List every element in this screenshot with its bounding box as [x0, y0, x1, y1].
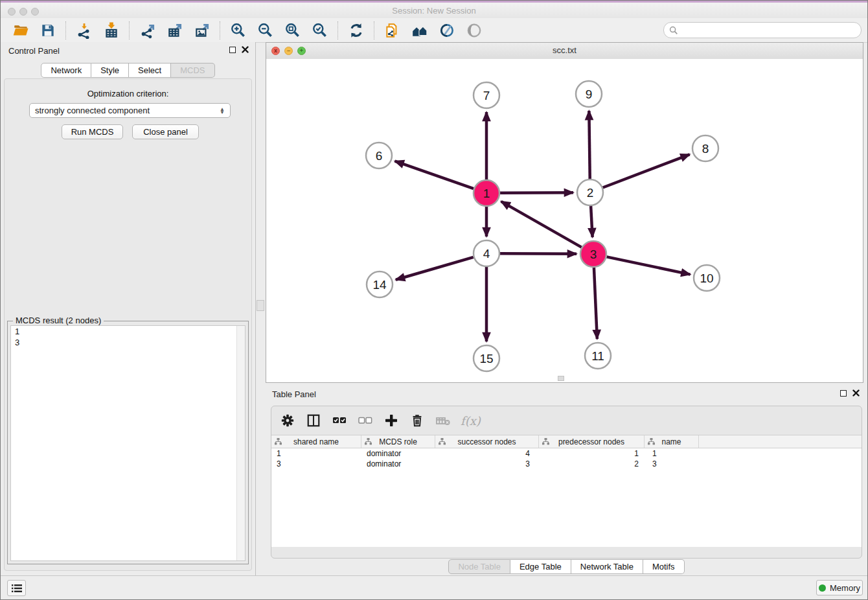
graph-node-10[interactable]: 10 — [694, 265, 720, 291]
close-table-panel-icon[interactable] — [852, 389, 860, 397]
export-image-icon[interactable] — [194, 22, 211, 39]
zoom-out-icon[interactable] — [257, 22, 274, 39]
zoom-selected-icon[interactable] — [312, 22, 328, 39]
node-label: 2 — [587, 186, 594, 200]
graph-edge-1-6[interactable] — [395, 161, 474, 189]
graph-node-2[interactable]: 2 — [577, 179, 603, 205]
graph-node-6[interactable]: 6 — [366, 143, 392, 168]
toolbar-separator — [129, 21, 130, 40]
network-graph[interactable]: 7968124314101511 — [266, 59, 863, 382]
column-header-MCDS-role[interactable]: MCDS role — [361, 435, 435, 448]
graph-node-8[interactable]: 8 — [692, 135, 718, 161]
result-scrollbar[interactable] — [236, 326, 245, 560]
canvas-resize-grip[interactable] — [558, 376, 564, 381]
node-label: 4 — [483, 247, 490, 260]
graph-node-7[interactable]: 7 — [474, 82, 499, 108]
table-cell: 1 — [645, 448, 699, 459]
graph-node-15[interactable]: 15 — [474, 345, 499, 371]
zoom-in-icon[interactable] — [230, 22, 247, 39]
task-history-button[interactable] — [7, 580, 26, 596]
tab-network[interactable]: Network — [41, 63, 91, 78]
add-column-icon[interactable] — [383, 412, 400, 429]
columns-icon[interactable] — [305, 412, 322, 429]
graph-edge-3-1[interactable] — [501, 202, 582, 248]
optimization-criterion-dropdown[interactable]: strongly connected component ▲▼ — [29, 103, 231, 118]
hide-selected-icon[interactable] — [439, 22, 455, 39]
gear-icon[interactable] — [279, 412, 296, 429]
graph-edge-2-9[interactable] — [589, 111, 589, 179]
tab-mcds[interactable]: MCDS — [171, 63, 214, 78]
graph-edge-2-3[interactable] — [591, 206, 593, 237]
column-header-shared-name[interactable]: shared name — [271, 435, 361, 448]
mcds-result-list[interactable]: 1 3 — [10, 325, 246, 561]
column-header-predecessor-nodes[interactable]: predecessor nodes — [539, 435, 645, 448]
node-label: 7 — [483, 89, 490, 102]
float-table-panel-icon[interactable] — [840, 390, 847, 397]
import-table-icon[interactable] — [103, 22, 120, 39]
table-cell: 4 — [435, 448, 539, 459]
table-row[interactable]: 1dominator411 — [271, 448, 862, 459]
network-canvas[interactable]: 7968124314101511 — [266, 59, 863, 382]
tab-network-table[interactable]: Network Table — [571, 559, 643, 574]
apply-layout-icon[interactable] — [348, 22, 365, 39]
table-cell: 1 — [271, 448, 361, 459]
delete-column-icon[interactable] — [409, 412, 426, 429]
network-window-titlebar[interactable]: x – + scc.txt — [266, 43, 863, 60]
select-all-icon[interactable] — [331, 412, 348, 429]
search-field[interactable] — [663, 22, 862, 38]
function-builder-icon[interactable]: f(x) — [461, 414, 481, 428]
tab-node-table[interactable]: Node Table — [448, 559, 510, 574]
result-line: 3 — [11, 337, 245, 348]
memory-button[interactable]: Memory — [816, 580, 863, 595]
table-cell: dominator — [361, 448, 435, 459]
close-panel-button[interactable]: Close panel — [132, 124, 199, 139]
control-panel-title: Control Panel — [8, 46, 60, 56]
graph-edge-4-14[interactable] — [396, 257, 474, 280]
zoom-fit-icon[interactable] — [284, 22, 301, 39]
graph-node-11[interactable]: 11 — [585, 343, 611, 369]
graph-edge-2-8[interactable] — [603, 154, 690, 187]
run-mcds-button[interactable]: Run MCDS — [62, 124, 123, 139]
graph-node-9[interactable]: 9 — [576, 81, 602, 107]
node-table-frame: f(x) shared nameMCDS rolesuccessor nodes… — [271, 406, 862, 559]
deselect-all-icon[interactable] — [357, 412, 374, 429]
column-type-icon — [648, 438, 655, 445]
toolbar-separator — [220, 21, 221, 40]
search-input[interactable] — [678, 25, 856, 36]
tab-style[interactable]: Style — [91, 63, 129, 78]
float-panel-icon[interactable] — [229, 47, 236, 53]
show-all-icon[interactable] — [466, 22, 483, 39]
search-icon — [669, 26, 678, 35]
import-network-icon[interactable] — [76, 22, 93, 39]
graph-node-3[interactable]: 3 — [580, 241, 606, 267]
table-row[interactable]: 3dominator323 — [271, 459, 862, 469]
graph-node-14[interactable]: 14 — [367, 271, 393, 297]
delete-table-icon[interactable] — [435, 412, 451, 429]
close-panel-icon[interactable] — [242, 46, 249, 53]
node-label: 8 — [702, 142, 709, 156]
graph-node-1[interactable]: 1 — [474, 180, 499, 206]
save-session-icon[interactable] — [40, 22, 56, 39]
table-cell: 3 — [435, 459, 539, 469]
dropdown-value: strongly connected component — [35, 106, 220, 115]
first-neighbors-icon[interactable] — [411, 22, 428, 39]
open-file-icon[interactable] — [12, 22, 29, 39]
export-table-icon[interactable] — [166, 22, 183, 39]
tab-select[interactable]: Select — [129, 63, 171, 78]
network-window: x – + scc.txt 7968124314101511 — [266, 42, 863, 383]
tab-edge-table[interactable]: Edge Table — [510, 559, 571, 574]
graph-edge-3-11[interactable] — [594, 268, 597, 339]
node-table[interactable]: shared nameMCDS rolesuccessor nodesprede… — [271, 435, 862, 547]
graph-edge-1-2[interactable] — [500, 192, 573, 193]
column-header-successor-nodes[interactable]: successor nodes — [435, 435, 539, 448]
table-toolbar: f(x) — [271, 406, 862, 435]
clone-network-icon[interactable] — [384, 22, 401, 39]
graph-edge-4-3[interactable] — [500, 253, 577, 254]
split-pane-grip[interactable] — [257, 300, 264, 311]
graph-edge-3-10[interactable] — [607, 257, 691, 274]
graph-node-4[interactable]: 4 — [474, 240, 499, 266]
tab-motifs[interactable]: Motifs — [643, 559, 685, 574]
table-cell: 2 — [539, 459, 645, 469]
export-network-icon[interactable] — [139, 22, 156, 39]
column-header-name[interactable]: name — [645, 435, 699, 448]
